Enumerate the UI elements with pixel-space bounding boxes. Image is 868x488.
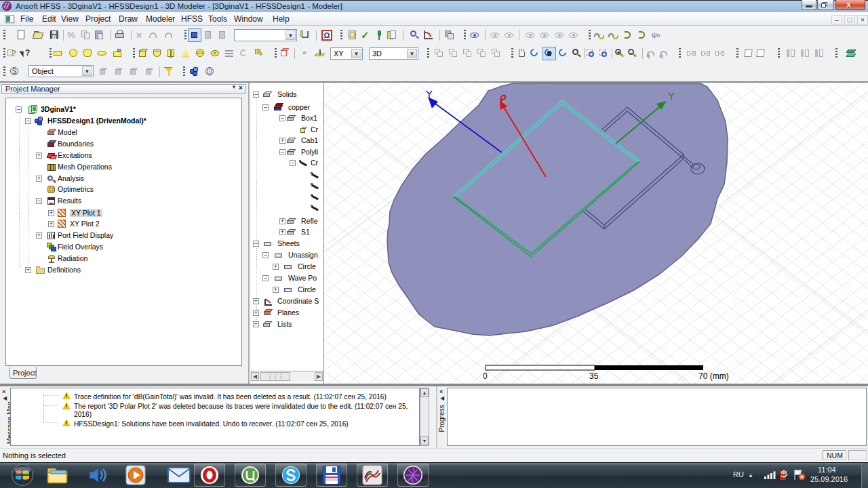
svg-text:35: 35 (589, 371, 599, 381)
svg-text:70 (mm): 70 (mm) (698, 371, 729, 381)
svg-text:0: 0 (483, 371, 488, 381)
